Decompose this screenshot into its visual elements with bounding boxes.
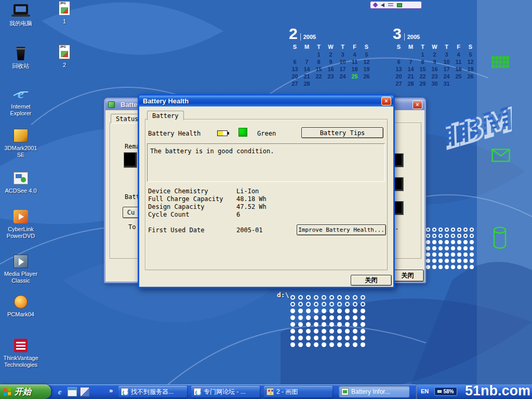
- window-title: Batte: [117, 101, 138, 109]
- icon-label: ThinkVantage Technologies: [3, 355, 38, 368]
- taskbar-item-server-not-found[interactable]: 找不到服务器...: [118, 386, 187, 397]
- volume-icon[interactable]: [381, 3, 384, 7]
- dot: [470, 240, 474, 244]
- calendar-day-headers: SMTWTFS: [289, 43, 373, 51]
- dot: [361, 302, 365, 307]
- calendar-day-header: S: [361, 43, 373, 51]
- dot: [322, 336, 326, 340]
- dot: [322, 329, 326, 334]
- dot: [345, 329, 350, 334]
- dot: [298, 302, 303, 307]
- calendar-title: 2 2005: [289, 27, 373, 41]
- calendar-march-2005: 3 2005 SMTWTFS 1234567891011121314151617…: [393, 27, 476, 87]
- calendar-date: 1: [313, 51, 325, 58]
- desktop-toolbar-widget[interactable]: [370, 1, 422, 9]
- calendar-date: 4: [349, 51, 361, 58]
- condition-textbox[interactable]: The battery is in good condition.: [147, 143, 385, 182]
- calendar-month-number: 3: [393, 27, 402, 41]
- field-value: Li-Ion: [236, 188, 259, 195]
- calendar-date: 31: [441, 80, 453, 87]
- cylinder-icon: [493, 227, 507, 249]
- close-icon[interactable]: ×: [413, 100, 422, 109]
- file-label: 2: [47, 62, 82, 69]
- desktop-icon-thinkvantage[interactable]: ThinkVantage Technologies: [3, 338, 38, 368]
- dot: [361, 295, 365, 300]
- settings-sliders-icon[interactable]: [388, 3, 393, 7]
- close-icon[interactable]: ×: [381, 97, 391, 105]
- tab-label: Battery: [152, 112, 179, 119]
- calendar-date: 9: [429, 58, 441, 65]
- calendar-day-headers: SMTWTFS: [393, 43, 476, 51]
- field-value: 6: [236, 211, 240, 218]
- dot: [337, 329, 342, 334]
- battery-tips-button[interactable]: Battery Tips: [301, 127, 383, 138]
- close-button[interactable]: 关闭: [351, 275, 392, 286]
- condition-text: The battery is in good condition.: [150, 148, 274, 155]
- calendar-day-header: S: [289, 43, 301, 51]
- calendar-day-header: S: [393, 43, 405, 51]
- battery-percent: 58%: [443, 389, 454, 394]
- language-indicator[interactable]: EN: [421, 388, 429, 394]
- desktop-file-1[interactable]: JPG 1: [47, 1, 82, 25]
- quicklaunch-overflow-chevron[interactable]: »: [109, 387, 113, 394]
- calendar-date: 25: [453, 73, 464, 80]
- taskbar-item-paint[interactable]: 2 - 画图: [264, 386, 332, 397]
- calendar-date: 10: [441, 58, 453, 65]
- desktop-icon-internet-explorer[interactable]: e Internet Explorer: [3, 86, 38, 116]
- calendar-date: [349, 80, 361, 87]
- improve-battery-health-button[interactable]: Improve Battery Health...: [297, 224, 386, 235]
- desktop-icon-media-player-classic[interactable]: Media Player Classic: [3, 254, 38, 284]
- quicklaunch-ie-icon[interactable]: e: [55, 387, 64, 396]
- calendar-date: 1: [417, 51, 429, 58]
- calendar-date: 15: [417, 65, 429, 73]
- icon-label: CyberLink PowerDVD: [3, 226, 38, 239]
- desktop-icon-my-computer[interactable]: 我的电脑: [3, 3, 38, 27]
- icon-label: 3DMark2001 SE: [3, 145, 38, 158]
- desktop-icon-3dmark2001[interactable]: 3DMark2001 SE: [3, 128, 38, 158]
- calendar-year: 2005: [300, 33, 316, 41]
- calendar-date: 24: [441, 73, 453, 80]
- current-button-fragment[interactable]: Cu: [123, 207, 139, 218]
- desktop-file-2[interactable]: JPG 2: [47, 45, 82, 69]
- calendar-date: [453, 80, 464, 87]
- dot: [329, 309, 334, 313]
- calendar-date: 24: [337, 73, 349, 80]
- display-icon[interactable]: [397, 3, 402, 7]
- dot: [470, 228, 474, 232]
- desktop-icon-recycle-bin[interactable]: 回收站: [3, 46, 38, 70]
- icon-label: ACDSee 4.0: [3, 188, 38, 194]
- tray-battery-indicator[interactable]: 58%: [434, 387, 457, 396]
- title-bar[interactable]: Battery Health ×: [139, 96, 393, 107]
- taskbar-item-battery-information[interactable]: Battery Infor...: [339, 386, 409, 397]
- dot: [361, 329, 365, 334]
- dot-pattern-right: [425, 227, 475, 270]
- calendar-date: 8: [313, 58, 325, 65]
- my-computer-icon: [11, 3, 30, 19]
- quicklaunch-mail-icon[interactable]: [68, 387, 77, 396]
- acdsee-icon: [11, 170, 30, 186]
- start-button[interactable]: 开始: [0, 384, 51, 399]
- dot: [451, 240, 455, 244]
- quicklaunch-show-desktop-icon[interactable]: [80, 387, 89, 396]
- dot: [298, 336, 303, 340]
- dot: [463, 252, 468, 257]
- desktop-icon-powerdvd[interactable]: CyberLink PowerDVD: [3, 209, 38, 239]
- tab-battery[interactable]: Battery: [147, 111, 184, 120]
- calendar-date: 21: [301, 73, 313, 80]
- close-button[interactable]: 关闭: [391, 270, 424, 282]
- paint-icon: [267, 388, 274, 395]
- taskbar-item-forum[interactable]: 专门网论坛 - ...: [191, 386, 260, 397]
- dot: [314, 315, 318, 320]
- desktop-icon-pcmark04[interactable]: PCMark04: [3, 294, 38, 318]
- desktop-icon-acdsee[interactable]: ACDSee 4.0: [3, 170, 38, 194]
- dot: [445, 234, 449, 238]
- dot: [329, 329, 334, 334]
- jpg-file-icon: JPG: [55, 1, 74, 17]
- calendar-date: 14: [301, 65, 313, 73]
- dot: [298, 295, 303, 300]
- dot: [314, 302, 318, 307]
- dot: [353, 329, 357, 334]
- calendar-date: 19: [464, 65, 476, 73]
- dot: [445, 259, 449, 263]
- calendar-date: 9: [325, 58, 337, 65]
